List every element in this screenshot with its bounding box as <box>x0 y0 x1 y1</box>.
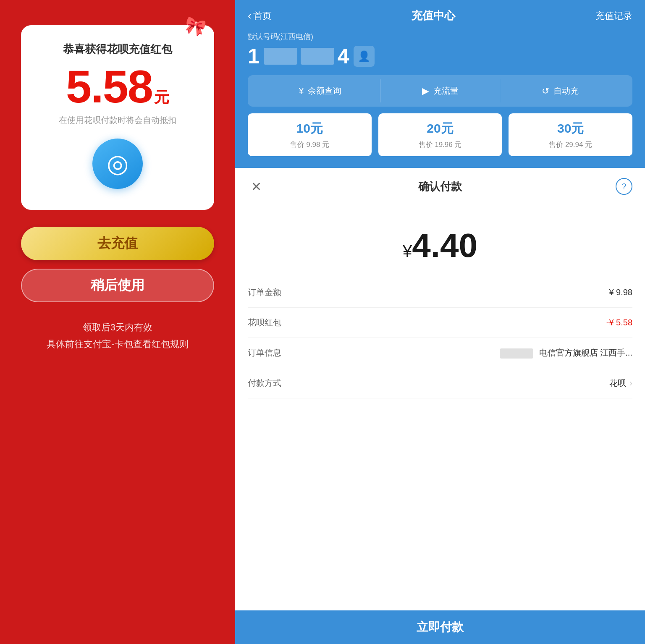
huabei-discount-value: -¥ 5.58 <box>606 318 632 327</box>
footer-line1: 领取后3天内有效 <box>47 319 188 336</box>
balance-query-btn[interactable]: ¥ 余额查询 <box>260 79 380 102</box>
phone-start: 1 <box>248 44 260 68</box>
auto-icon: ↺ <box>542 86 549 97</box>
option-10-amount: 10元 <box>254 120 365 137</box>
data-recharge-btn[interactable]: ▶ 充流量 <box>380 79 501 102</box>
amount-row: 5.58 元 <box>66 63 169 110</box>
payment-method-label: 付款方式 <box>248 377 281 389</box>
modal-header: ✕ 确认付款 ? <box>235 168 645 205</box>
huabei-logo: ◎ <box>92 139 143 189</box>
payment-details: 订单金额 ¥ 9.98 花呗红包 -¥ 5.58 订单信息 电信官方旗舰店 江西… <box>235 277 645 610</box>
phone-display: 默认号码(江西电信) 1 4 👤 <box>235 27 645 75</box>
balance-label: 余额查询 <box>308 85 341 97</box>
data-icon: ▶ <box>422 86 429 97</box>
option-20-price: 售价 19.96 元 <box>385 140 496 149</box>
bottom-section: 去充值 稍后使用 <box>21 227 214 302</box>
recharge-option-30[interactable]: 30元 售价 29.94 元 <box>509 113 632 156</box>
quick-actions: ¥ 余额查询 ▶ 充流量 ↺ 自动充 <box>248 75 632 107</box>
payment-value: 4.40 <box>412 227 477 264</box>
ribbon-decoration: 🎀 <box>183 14 208 39</box>
chevron-right-icon: › <box>629 378 632 389</box>
order-amount-value: ¥ 9.98 <box>609 288 632 297</box>
congrats-title: 恭喜获得花呗充值红包 <box>63 42 172 57</box>
recharge-option-20[interactable]: 20元 售价 19.96 元 <box>378 113 502 156</box>
footer-text: 领取后3天内有效 具体前往支付宝-卡包查看红包规则 <box>47 319 188 352</box>
huabei-discount-label: 花呗红包 <box>248 317 281 328</box>
back-button[interactable]: ‹ 首页 <box>248 9 272 22</box>
modal-title: 确认付款 <box>418 179 462 194</box>
auto-label: 自动充 <box>553 85 579 97</box>
recharge-record-link[interactable]: 充值记录 <box>595 10 632 22</box>
huabei-discount-row: 花呗红包 -¥ 5.58 <box>248 308 632 338</box>
red-packet-card: 🎀 恭喜获得花呗充值红包 5.58 元 在使用花呗付款时将会自动抵扣 ◎ <box>21 25 214 210</box>
modal-close-button[interactable]: ✕ <box>248 178 265 195</box>
left-panel: 🎀 恭喜获得花呗充值红包 5.58 元 在使用花呗付款时将会自动抵扣 ◎ 去充值… <box>0 0 235 644</box>
order-info-row: 订单信息 电信官方旗舰店 江西手... <box>248 338 632 368</box>
phone-end: 4 <box>338 44 350 68</box>
yuan-icon: ¥ <box>299 86 304 97</box>
later-button[interactable]: 稍后使用 <box>21 269 214 302</box>
person-icon[interactable]: 👤 <box>354 46 375 67</box>
data-label: 充流量 <box>433 85 459 97</box>
pay-now-button[interactable]: 立即付款 <box>235 610 645 644</box>
recharge-options: 10元 售价 9.98 元 20元 售价 19.96 元 30元 售价 29.9… <box>235 107 645 163</box>
red-packet-amount: 5.58 <box>66 63 152 110</box>
app-title: 充值中心 <box>412 8 455 23</box>
phone-number-row: 1 4 👤 <box>248 44 632 68</box>
recharge-button[interactable]: 去充值 <box>21 227 214 260</box>
auto-recharge-btn[interactable]: ↺ 自动充 <box>500 79 620 102</box>
right-panel: ‹ 首页 充值中心 充值记录 默认号码(江西电信) 1 4 👤 ¥ 余额查询 ▶ <box>235 0 645 644</box>
huabei-icon: ◎ <box>107 151 128 176</box>
footer-line2: 具体前往支付宝-卡包查看红包规则 <box>47 336 188 353</box>
option-20-amount: 20元 <box>385 120 496 137</box>
payment-amount-display: ¥4.40 <box>235 205 645 277</box>
back-label: 首页 <box>253 10 272 22</box>
order-info-label: 订单信息 <box>248 347 281 359</box>
option-10-price: 售价 9.98 元 <box>254 140 365 149</box>
phone-blur-1 <box>264 48 297 65</box>
yuan-unit: 元 <box>154 87 169 108</box>
recharge-app: ‹ 首页 充值中心 充值记录 默认号码(江西电信) 1 4 👤 ¥ 余额查询 ▶ <box>235 0 645 168</box>
payment-method-value: 花呗 › <box>609 377 632 389</box>
app-header: ‹ 首页 充值中心 充值记录 <box>235 0 645 27</box>
red-packet-subtitle: 在使用花呗付款时将会自动抵扣 <box>59 115 176 126</box>
order-info-blur <box>500 348 533 359</box>
payment-method-row[interactable]: 付款方式 花呗 › <box>248 368 632 398</box>
phone-label: 默认号码(江西电信) <box>248 31 632 42</box>
payment-modal: ✕ 确认付款 ? ¥4.40 订单金额 ¥ 9.98 花呗红包 -¥ 5.58 … <box>235 168 645 644</box>
order-amount-row: 订单金额 ¥ 9.98 <box>248 277 632 308</box>
currency-symbol: ¥ <box>403 242 412 260</box>
back-chevron-icon: ‹ <box>248 9 252 22</box>
modal-help-button[interactable]: ? <box>616 178 632 195</box>
order-info-value: 电信官方旗舰店 江西手... <box>500 347 632 359</box>
recharge-option-10[interactable]: 10元 售价 9.98 元 <box>248 113 372 156</box>
option-30-amount: 30元 <box>515 120 626 137</box>
order-amount-label: 订单金额 <box>248 287 281 298</box>
phone-blur-2 <box>301 48 334 65</box>
option-30-price: 售价 29.94 元 <box>515 140 626 149</box>
